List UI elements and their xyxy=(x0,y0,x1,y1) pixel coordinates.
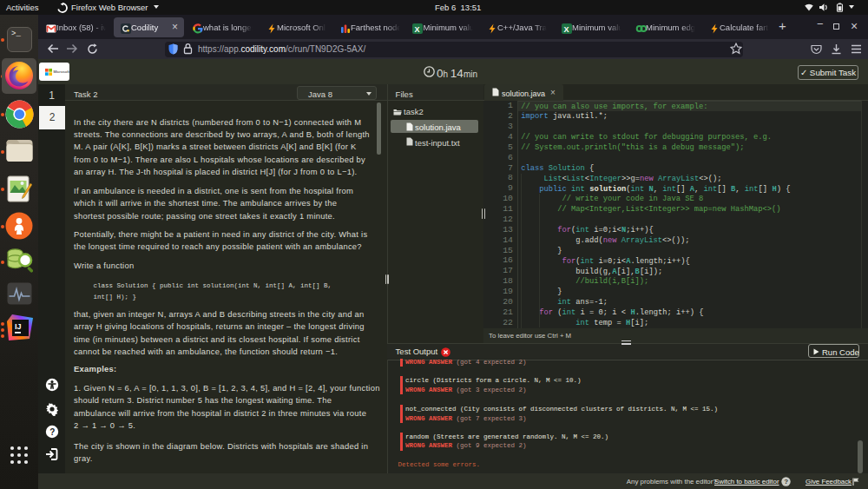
svg-text:X: X xyxy=(564,25,569,34)
svg-text:X: X xyxy=(415,25,420,34)
svg-text:?: ? xyxy=(784,478,788,486)
svg-text:?: ? xyxy=(49,426,55,436)
svg-text:IJ: IJ xyxy=(15,322,22,331)
